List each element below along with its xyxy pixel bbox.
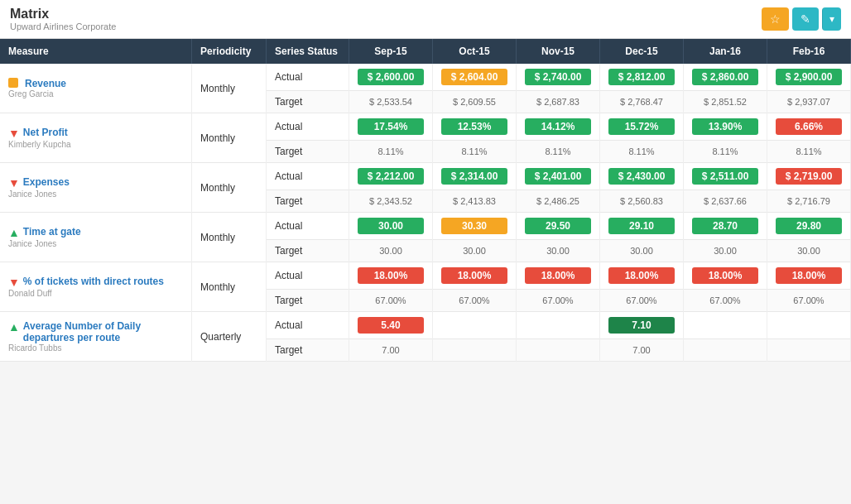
- colored-value: $ 2,812.00: [608, 69, 675, 85]
- data-cell-target: $ 2,937.07: [767, 91, 851, 113]
- colored-value: $ 2,900.00: [776, 69, 842, 85]
- data-cell-target: 67.00%: [600, 290, 684, 312]
- colored-value: 18.00%: [776, 267, 842, 284]
- colored-value: $ 2,604.00: [441, 69, 507, 85]
- dropdown-button[interactable]: ▾: [822, 7, 841, 31]
- arrow-down-icon: ▼: [8, 276, 20, 289]
- app-header: Matrix Upward Airlines Corporate ☆ ✎ ▾: [0, 0, 851, 39]
- data-cell-target: 67.00%: [433, 290, 517, 312]
- colored-value: 17.54%: [358, 118, 424, 135]
- measure-owner: Kimberly Kupcha: [8, 140, 183, 149]
- data-cell-target: 30.00: [517, 240, 600, 262]
- data-cell-actual: [517, 312, 600, 339]
- col-oct15: Oct-15: [433, 39, 517, 64]
- data-cell-actual: $ 2,860.00: [684, 64, 767, 91]
- data-cell-actual: $ 2,812.00: [600, 64, 684, 91]
- measure-owner: Greg Garcia: [8, 89, 183, 98]
- data-cell-target: [517, 339, 600, 362]
- series-status-target: Target: [267, 339, 349, 362]
- data-cell-target: 30.00: [349, 240, 433, 262]
- data-cell-actual: 30.00: [349, 213, 433, 240]
- arrow-up-icon: ▲: [8, 320, 20, 334]
- data-cell-target: 30.00: [767, 240, 851, 262]
- measure-cell-expenses: ▼ExpensesJanice Jones: [0, 163, 192, 213]
- periodicity-cell-avg-departures: Quarterly: [192, 312, 267, 362]
- series-status-actual: Actual: [267, 312, 349, 339]
- colored-value: $ 2,430.00: [608, 168, 675, 185]
- col-feb16: Feb-16: [767, 39, 851, 64]
- header-buttons: ☆ ✎ ▾: [762, 7, 841, 31]
- col-dec15: Dec-15: [600, 39, 684, 64]
- app-subtitle: Upward Airlines Corporate: [10, 22, 116, 31]
- colored-value: 30.30: [441, 218, 507, 234]
- colored-value: 29.10: [608, 218, 675, 234]
- data-cell-target: $ 2,486.25: [517, 190, 600, 213]
- col-periodicity: Periodicity: [192, 39, 267, 64]
- data-cell-target: $ 2,560.83: [600, 190, 684, 213]
- data-cell-target: 8.11%: [349, 141, 433, 163]
- data-cell-target: 30.00: [684, 240, 767, 262]
- table-row: ▲Average Number of Daily departures per …: [0, 312, 851, 339]
- star-button[interactable]: ☆: [762, 7, 789, 31]
- colored-value: 5.40: [358, 317, 424, 334]
- data-cell-actual: $ 2,212.00: [349, 163, 433, 190]
- measure-header: ▼Expenses: [8, 176, 183, 190]
- data-cell-actual: 18.00%: [433, 262, 517, 290]
- measure-name[interactable]: Revenue: [25, 78, 66, 89]
- measure-cell-tickets-direct: ▼% of tickets with direct routesDonald D…: [0, 262, 192, 312]
- data-cell-target: 67.00%: [517, 290, 600, 312]
- colored-value: 6.66%: [776, 118, 842, 135]
- measure-name[interactable]: Average Number of Daily departures per r…: [23, 320, 183, 343]
- matrix-table: Measure Periodicity Series Status Sep-15…: [0, 39, 851, 362]
- periodicity-cell-revenue: Monthly: [192, 64, 267, 113]
- periodicity-cell-time-at-gate: Monthly: [192, 213, 267, 262]
- data-cell-target: $ 2,413.83: [433, 190, 517, 213]
- colored-value: 12.53%: [441, 118, 507, 135]
- data-cell-actual: 18.00%: [767, 262, 851, 290]
- measure-header: Revenue: [8, 78, 183, 89]
- data-cell-target: 8.11%: [517, 141, 600, 163]
- arrow-down-icon: ▼: [8, 127, 20, 140]
- series-status-actual: Actual: [267, 262, 349, 290]
- data-cell-target: 8.11%: [767, 141, 851, 163]
- col-sep15: Sep-15: [349, 39, 433, 64]
- measure-name[interactable]: % of tickets with direct routes: [23, 276, 164, 287]
- colored-value: $ 2,740.00: [525, 69, 591, 85]
- table-row: ▼% of tickets with direct routesDonald D…: [0, 262, 851, 290]
- table-header-row: Measure Periodicity Series Status Sep-15…: [0, 39, 851, 64]
- measure-header: ▼Net Profit: [8, 127, 183, 140]
- data-cell-target: 8.11%: [600, 141, 684, 163]
- colored-value: 30.00: [358, 218, 424, 234]
- table-row: RevenueGreg GarciaMonthlyActual$ 2,600.0…: [0, 64, 851, 91]
- data-cell-actual: 14.12%: [517, 113, 600, 141]
- colored-value: 18.00%: [441, 267, 507, 284]
- data-cell-target: [684, 339, 767, 362]
- data-cell-actual: 7.10: [600, 312, 684, 339]
- colored-value: 18.00%: [608, 267, 675, 284]
- measure-name[interactable]: Time at gate: [23, 226, 81, 238]
- measure-name[interactable]: Net Profit: [23, 127, 68, 138]
- measure-header: ▲Average Number of Daily departures per …: [8, 320, 183, 343]
- data-cell-actual: 29.80: [767, 213, 851, 240]
- colored-value: 14.12%: [525, 118, 591, 135]
- data-cell-actual: [433, 312, 517, 339]
- edit-button[interactable]: ✎: [792, 7, 819, 31]
- data-cell-actual: $ 2,430.00: [600, 163, 684, 190]
- data-cell-actual: $ 2,314.00: [433, 163, 517, 190]
- measure-name[interactable]: Expenses: [23, 176, 70, 188]
- data-cell-target: 7.00: [600, 339, 684, 362]
- data-cell-actual: 30.30: [433, 213, 517, 240]
- data-cell-target: 7.00: [349, 339, 433, 362]
- data-cell-target: $ 2,533.54: [349, 91, 433, 113]
- table-row: ▲Time at gateJanice JonesMonthlyActual30…: [0, 213, 851, 240]
- data-cell-target: $ 2,343.52: [349, 190, 433, 213]
- app-container: Matrix Upward Airlines Corporate ☆ ✎ ▾ M…: [0, 0, 851, 362]
- series-status-actual: Actual: [267, 213, 349, 240]
- colored-value: $ 2,212.00: [358, 168, 424, 185]
- data-cell-actual: 28.70: [684, 213, 767, 240]
- colored-value: 18.00%: [692, 267, 758, 284]
- data-cell-actual: $ 2,604.00: [433, 64, 517, 91]
- data-cell-target: $ 2,851.52: [684, 91, 767, 113]
- data-cell-target: $ 2,768.47: [600, 91, 684, 113]
- data-cell-target: $ 2,609.55: [433, 91, 517, 113]
